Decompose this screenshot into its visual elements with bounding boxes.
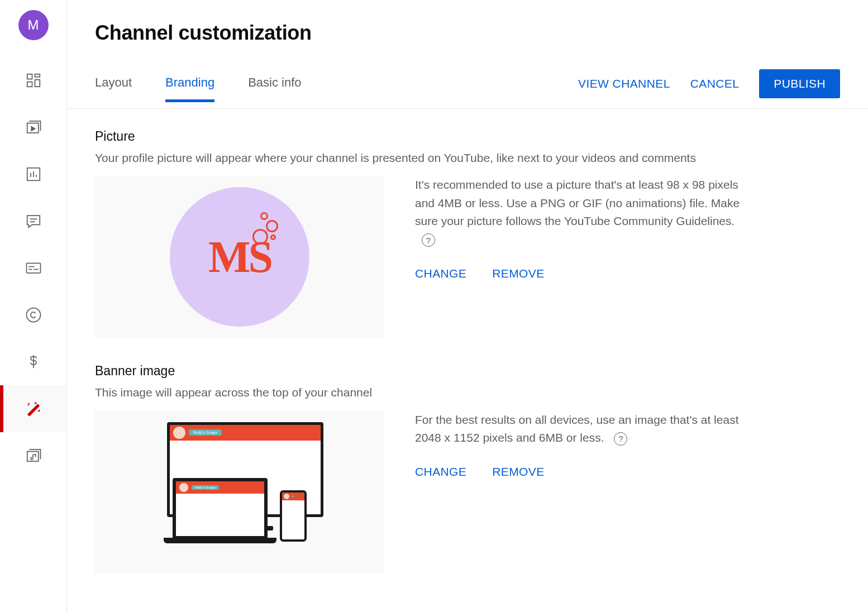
help-icon[interactable]: ? — [422, 233, 435, 247]
content-area: Picture Your profile picture will appear… — [67, 109, 868, 612]
laptop-device: Molly's Soaps — [173, 478, 268, 539]
phone-device — [280, 490, 307, 542]
view-channel-button[interactable]: VIEW CHANNEL — [578, 77, 670, 90]
picture-info: It's recommended to use a picture that's… — [415, 176, 745, 280]
banner-preview: Molly's Soaps Molly's Soaps — [95, 411, 384, 573]
main-content: Channel customization Layout Branding Ba… — [67, 0, 868, 612]
nav-dashboard[interactable] — [0, 57, 66, 104]
banner-text-monitor: Molly's Soaps — [189, 429, 222, 436]
nav-audio[interactable] — [0, 432, 66, 479]
analytics-icon — [25, 166, 42, 183]
svg-point-15 — [26, 308, 40, 322]
picture-info-text: It's recommended to use a picture that's… — [415, 176, 745, 248]
tab-branding[interactable]: Branding — [165, 75, 214, 102]
sidebar: M — [0, 0, 67, 612]
nav-analytics[interactable] — [0, 151, 66, 198]
content-icon — [25, 119, 42, 136]
header: Channel customization Layout Branding Ba… — [67, 0, 868, 109]
channel-avatar[interactable]: M — [18, 10, 49, 40]
audio-icon — [25, 447, 42, 464]
banner-info-text: For the best results on all devices, use… — [415, 411, 745, 447]
banner-desc: This image will appear across the top of… — [95, 384, 840, 400]
nav-content[interactable] — [0, 104, 66, 151]
comments-icon — [25, 213, 42, 230]
svg-rect-1 — [35, 74, 40, 77]
nav-customization[interactable] — [0, 385, 66, 432]
nav-copyright[interactable] — [0, 291, 66, 338]
banner-info: For the best results on all devices, use… — [415, 411, 745, 479]
nav-subtitles[interactable] — [0, 245, 66, 291]
bubbles-decoration — [247, 212, 292, 251]
banner-title: Banner image — [95, 364, 840, 379]
cancel-button[interactable]: CANCEL — [690, 77, 740, 90]
picture-remove-button[interactable]: REMOVE — [492, 267, 544, 280]
svg-rect-0 — [27, 74, 32, 79]
dollar-icon — [25, 353, 42, 370]
dashboard-icon — [25, 72, 42, 89]
header-actions: VIEW CHANNEL CANCEL PUBLISH — [578, 69, 840, 108]
banner-section: Banner image This image will appear acro… — [95, 364, 840, 572]
wand-icon — [25, 400, 42, 417]
banner-remove-button[interactable]: REMOVE — [492, 465, 544, 479]
svg-rect-3 — [35, 80, 40, 87]
profile-picture: MS — [170, 187, 309, 327]
tabs: Layout Branding Basic info — [95, 75, 302, 102]
picture-preview: MS — [95, 176, 384, 338]
nav-comments[interactable] — [0, 198, 66, 245]
tab-basic-info[interactable]: Basic info — [248, 75, 301, 102]
svg-rect-2 — [27, 82, 32, 87]
publish-button[interactable]: PUBLISH — [759, 69, 840, 98]
copyright-icon — [25, 307, 42, 323]
svg-rect-11 — [26, 263, 40, 273]
banner-change-button[interactable]: CHANGE — [415, 465, 466, 479]
help-icon[interactable]: ? — [614, 432, 627, 446]
page-title: Channel customization — [95, 21, 840, 45]
picture-desc: Your profile picture will appear where y… — [95, 150, 840, 166]
picture-title: Picture — [95, 129, 840, 144]
nav-monetization[interactable] — [0, 338, 66, 385]
picture-section: Picture Your profile picture will appear… — [95, 129, 840, 338]
banner-text-laptop: Molly's Soaps — [192, 485, 219, 490]
subtitles-icon — [25, 260, 42, 276]
picture-change-button[interactable]: CHANGE — [415, 267, 466, 280]
tab-layout[interactable]: Layout — [95, 75, 132, 102]
